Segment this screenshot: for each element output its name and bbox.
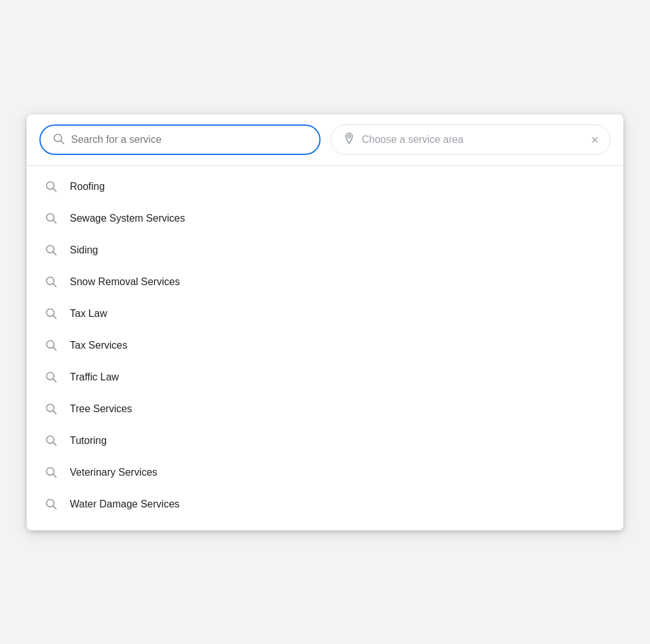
item-label: Roofing [70, 181, 105, 192]
item-label: Siding [70, 245, 98, 256]
item-label: Water Damage Services [70, 499, 180, 510]
svg-line-6 [53, 220, 56, 223]
item-search-icon [44, 434, 58, 448]
list-item[interactable]: Snow Removal Services [27, 266, 623, 298]
list-item[interactable]: Tax Services [27, 330, 623, 361]
svg-line-16 [53, 379, 56, 382]
location-placeholder: Choose a service area [362, 134, 585, 145]
item-label: Veterinary Services [70, 467, 157, 478]
svg-line-1 [61, 140, 64, 144]
search-box[interactable] [39, 124, 321, 155]
location-icon [343, 132, 355, 147]
item-label: Snow Removal Services [70, 276, 180, 288]
svg-point-2 [348, 135, 350, 137]
search-icon [52, 132, 65, 147]
item-label: Tutoring [70, 435, 107, 446]
svg-line-10 [53, 283, 56, 286]
item-label: Tax Law [70, 308, 107, 319]
svg-line-14 [53, 347, 56, 350]
list-item[interactable]: Roofing [27, 171, 623, 203]
item-label: Traffic Law [70, 372, 119, 383]
item-search-icon [44, 402, 58, 416]
item-search-icon [44, 307, 58, 321]
item-search-icon [44, 275, 58, 289]
item-label: Sewage System Services [70, 213, 185, 224]
svg-line-8 [53, 252, 56, 255]
list-item[interactable]: Traffic Law [27, 361, 623, 393]
svg-line-22 [53, 474, 56, 477]
header-row: Choose a service area × [27, 114, 623, 166]
item-search-icon [44, 466, 58, 480]
svg-line-20 [53, 442, 56, 445]
list-item[interactable]: Siding [27, 234, 623, 266]
item-search-icon [44, 243, 58, 257]
location-box[interactable]: Choose a service area × [331, 124, 611, 155]
item-search-icon [44, 180, 58, 194]
list-item[interactable]: Tree Services [27, 393, 623, 425]
svg-line-4 [53, 188, 56, 191]
item-label: Tax Services [70, 340, 128, 351]
search-input[interactable] [71, 134, 308, 145]
service-list: Roofing Sewage System Services Siding [27, 166, 623, 530]
list-item[interactable]: Tutoring [27, 425, 623, 457]
main-panel: Choose a service area × Roofing Sewage S… [27, 114, 623, 530]
item-search-icon [44, 339, 58, 352]
item-label: Tree Services [70, 403, 132, 415]
item-search-icon [44, 370, 58, 384]
svg-line-24 [53, 506, 56, 509]
list-item[interactable]: Tax Law [27, 298, 623, 330]
list-item[interactable]: Veterinary Services [27, 457, 623, 488]
list-item[interactable]: Water Damage Services [27, 488, 623, 520]
svg-line-12 [53, 315, 56, 318]
svg-line-18 [53, 410, 56, 413]
list-item[interactable]: Sewage System Services [27, 203, 623, 234]
item-search-icon [44, 211, 58, 225]
item-search-icon [44, 497, 58, 511]
close-icon[interactable]: × [591, 133, 599, 146]
